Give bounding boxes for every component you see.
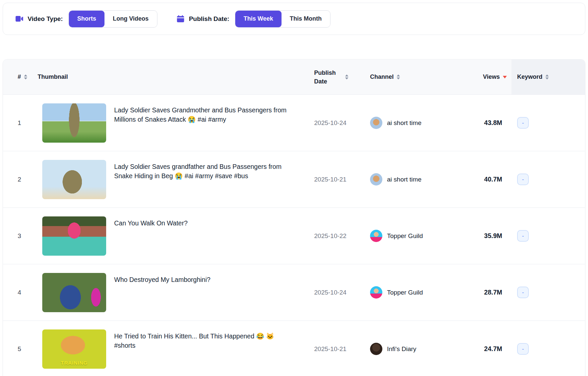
- row-index: 5: [3, 345, 38, 353]
- keyword-cell: -: [511, 287, 585, 298]
- thumbnail-cell: [38, 216, 108, 256]
- channel-cell[interactable]: ai short time: [365, 173, 465, 186]
- video-thumbnail[interactable]: TRAINING: [42, 329, 106, 369]
- keyword-badge[interactable]: -: [517, 174, 529, 185]
- sort-icon: [545, 74, 549, 79]
- table-row: 3 Can You Walk On Water? 2025-10-22 Topp…: [3, 207, 585, 264]
- keyword-cell: -: [511, 117, 585, 129]
- channel-cell[interactable]: ai short time: [365, 117, 465, 129]
- channel-cell[interactable]: Infi's Diary: [365, 343, 465, 355]
- publish-date: 2025-10-24: [309, 119, 365, 127]
- videos-table: # Thumbnail Publish Date Channel Views K…: [3, 59, 585, 376]
- video-thumbnail[interactable]: [42, 103, 106, 143]
- sort-icon: [397, 74, 400, 79]
- column-header-channel[interactable]: Channel: [365, 60, 465, 94]
- keyword-badge[interactable]: -: [517, 287, 529, 298]
- column-header-publish-date[interactable]: Publish Date: [309, 60, 365, 94]
- channel-name: ai short time: [387, 176, 421, 183]
- keyword-cell: -: [511, 343, 585, 355]
- video-thumbnail[interactable]: [42, 160, 106, 199]
- video-type-toggle: Shorts Long Videos: [69, 10, 157, 28]
- row-index: 1: [3, 119, 38, 127]
- channel-cell[interactable]: Topper Guild: [365, 286, 465, 299]
- keyword-cell: -: [511, 174, 585, 185]
- keyword-badge[interactable]: -: [517, 230, 529, 242]
- publish-date-label: Publish Date:: [189, 15, 229, 23]
- video-title[interactable]: Lady Soldier Saves grandfather and Bus P…: [108, 151, 309, 181]
- thumbnail-cell: [38, 160, 108, 199]
- sort-desc-icon: [503, 76, 507, 78]
- thumbnail-caption: TRAINING: [61, 360, 88, 366]
- channel-name: ai short time: [387, 119, 421, 127]
- publish-date-filter: Publish Date: This Week This Month: [176, 10, 330, 28]
- row-index: 4: [3, 289, 38, 296]
- video-type-option-shorts[interactable]: Shorts: [69, 11, 104, 27]
- channel-name: Infi's Diary: [387, 345, 416, 353]
- video-camera-icon: [15, 14, 24, 23]
- video-type-filter: Video Type: Shorts Long Videos: [15, 10, 157, 28]
- table-row: 2 Lady Soldier Saves grandfather and Bus…: [3, 151, 585, 207]
- video-type-option-long-videos[interactable]: Long Videos: [104, 11, 157, 27]
- filter-bar: Video Type: Shorts Long Videos Publish D…: [3, 3, 585, 35]
- thumbnail-cell: [38, 273, 108, 312]
- channel-name: Topper Guild: [387, 289, 423, 296]
- video-title[interactable]: Who Destroyed My Lamborghini?: [108, 264, 309, 284]
- publish-date-toggle: This Week This Month: [235, 10, 330, 28]
- video-title[interactable]: Lady Soldier Saves Grandmother and Bus P…: [108, 95, 309, 124]
- views-count: 40.7M: [465, 176, 511, 183]
- channel-avatar: [370, 286, 382, 299]
- channel-name: Topper Guild: [387, 232, 423, 240]
- channel-avatar: [370, 230, 382, 242]
- sort-icon: [345, 74, 348, 79]
- keyword-badge[interactable]: -: [517, 343, 529, 355]
- row-index: 2: [3, 176, 38, 183]
- column-header-keyword[interactable]: Keyword: [511, 60, 585, 94]
- table-row: 5 TRAINING He Tried to Train His Kitten.…: [3, 320, 585, 376]
- views-count: 28.7M: [465, 289, 511, 296]
- calendar-icon: [176, 14, 185, 23]
- video-type-label: Video Type:: [28, 15, 63, 23]
- channel-avatar: [370, 173, 382, 186]
- video-thumbnail[interactable]: [42, 216, 106, 256]
- video-title[interactable]: Can You Walk On Water?: [108, 208, 309, 228]
- thumbnail-cell: [38, 103, 108, 143]
- spacer-column: [108, 60, 309, 94]
- views-count: 24.7M: [465, 345, 511, 353]
- sort-icon: [24, 74, 27, 79]
- column-header-views[interactable]: Views: [465, 60, 511, 94]
- publish-date-option-this-week[interactable]: This Week: [235, 11, 282, 27]
- row-index: 3: [3, 232, 38, 240]
- column-header-thumbnail: Thumbnail: [38, 60, 108, 94]
- table-row: 1 Lady Soldier Saves Grandmother and Bus…: [3, 94, 585, 151]
- channel-cell[interactable]: Topper Guild: [365, 230, 465, 242]
- publish-date: 2025-10-24: [309, 289, 365, 296]
- channel-avatar: [370, 343, 382, 355]
- video-thumbnail[interactable]: [42, 273, 106, 312]
- column-header-index[interactable]: #: [3, 60, 38, 94]
- publish-date: 2025-10-21: [309, 345, 365, 353]
- publish-date: 2025-10-22: [309, 232, 365, 240]
- views-count: 35.9M: [465, 232, 511, 240]
- keyword-cell: -: [511, 230, 585, 242]
- table-header: # Thumbnail Publish Date Channel Views K…: [3, 60, 585, 94]
- views-count: 43.8M: [465, 119, 511, 127]
- table-body: 1 Lady Soldier Saves Grandmother and Bus…: [3, 94, 585, 376]
- publish-date: 2025-10-21: [309, 176, 365, 183]
- publish-date-option-this-month[interactable]: This Month: [282, 11, 330, 27]
- keyword-badge[interactable]: -: [517, 117, 529, 129]
- channel-avatar: [370, 117, 382, 129]
- video-title[interactable]: He Tried to Train His Kitten... But This…: [108, 321, 309, 350]
- table-row: 4 Who Destroyed My Lamborghini? 2025-10-…: [3, 264, 585, 320]
- thumbnail-cell: TRAINING: [38, 329, 108, 369]
